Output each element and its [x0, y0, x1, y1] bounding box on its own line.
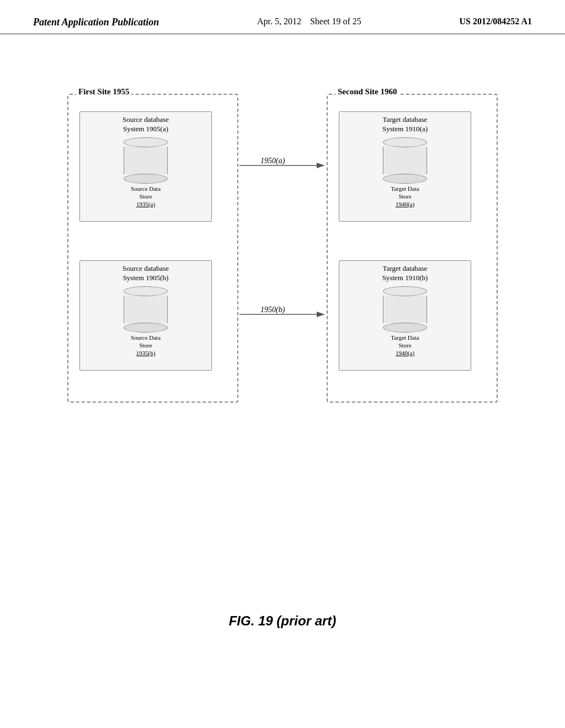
header-date-sheet: Apr. 5, 2012 Sheet 19 of 25	[257, 17, 361, 26]
patent-number: US 2012/084252 A1	[459, 17, 532, 26]
arrow-label-bottom: 1950(b)	[260, 306, 285, 314]
arrow-label-top: 1950(a)	[260, 157, 285, 165]
target-db-system-b: Target databaseSystem 1910(b) Target Dat…	[339, 260, 471, 371]
target-cylinder-bottom-b	[383, 323, 427, 333]
cylinder-label-a: Source DataStore1935(a)	[131, 185, 161, 208]
page-header: Patent Application Publication Apr. 5, 2…	[0, 0, 565, 34]
diagram-area: First Site 1955 Source databaseSystem 19…	[56, 94, 509, 425]
target-cylinder-body-a	[383, 147, 427, 174]
target-cylinder-label-a: Target DataStore1940(a)	[391, 185, 419, 208]
target-cylinder-bottom-a	[383, 174, 427, 184]
cylinder-top-a	[124, 137, 168, 147]
target-cylinder-body-b	[383, 296, 427, 323]
target-db-label-a: Target databaseSystem 1910(a)	[339, 112, 471, 135]
cylinder-top-b	[124, 286, 168, 296]
cylinder-shape-a	[124, 137, 168, 184]
cylinder-label-b: Source DataStore1935(b)	[131, 334, 161, 357]
target-cylinder-a: Target DataStore1940(a)	[383, 137, 427, 208]
cylinder-body-b	[124, 296, 168, 323]
figure-caption: FIG. 19 (prior art)	[229, 613, 337, 629]
sheet-info: Sheet 19 of 25	[310, 17, 361, 26]
publication-date: Apr. 5, 2012	[257, 17, 301, 26]
cylinder-bottom-b	[124, 323, 168, 333]
target-db-label-b: Target databaseSystem 1910(b)	[339, 261, 471, 284]
target-cylinder-top-b	[383, 286, 427, 296]
target-cylinder-shape-b	[383, 286, 427, 333]
source-db-system-b: Source databaseSystem 1905(b) Source Dat…	[79, 260, 212, 371]
target-db-system-a: Target databaseSystem 1910(a) Target Dat…	[339, 111, 471, 222]
target-cylinder-top-a	[383, 137, 427, 147]
source-cylinder-b: Source DataStore1935(b)	[124, 286, 168, 357]
first-site-box: First Site 1955 Source databaseSystem 19…	[67, 94, 238, 403]
source-db-label-b: Source databaseSystem 1905(b)	[80, 261, 211, 284]
cylinder-bottom-a	[124, 174, 168, 184]
cylinder-body-a	[124, 147, 168, 174]
publication-title: Patent Application Publication	[33, 17, 159, 28]
source-db-system-a: Source databaseSystem 1905(a) Source Dat…	[79, 111, 212, 222]
cylinder-shape-b	[124, 286, 168, 333]
target-cylinder-label-b: Target DataStore1940(a)	[391, 334, 419, 357]
second-site-box: Second Site 1960 Target databaseSystem 1…	[327, 94, 498, 403]
source-cylinder-a: Source DataStore1935(a)	[124, 137, 168, 208]
target-cylinder-b: Target DataStore1940(a)	[383, 286, 427, 357]
target-cylinder-shape-a	[383, 137, 427, 184]
second-site-label: Second Site 1960	[335, 87, 399, 97]
first-site-label: First Site 1955	[76, 87, 131, 97]
source-db-label-a: Source databaseSystem 1905(a)	[80, 112, 211, 135]
